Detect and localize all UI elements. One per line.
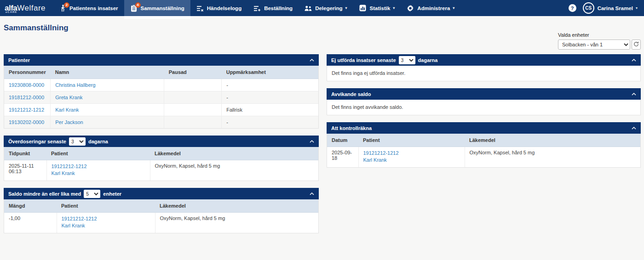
nav-item-bestallning[interactable]: Beställning (247, 0, 299, 16)
logo-text-light: Welfare (17, 4, 46, 13)
chevron-up-icon[interactable] (310, 192, 314, 195)
help-button[interactable]: ? (569, 4, 576, 12)
top-navbar: alfaWelfare eCARE 2 Patientens insatser … (0, 0, 644, 16)
patient-pnr-link[interactable]: 19121212-1212 (62, 215, 150, 222)
nav-item-label: Sammanställning (141, 6, 184, 11)
balance-units-select[interactable]: 5 (84, 190, 100, 198)
table-row: 2025-09-18 19121212-1212 Karl Krank OxyN… (327, 147, 640, 168)
column-header: Namn (51, 66, 164, 79)
table-row: 19121212-1212 Karl Krank Fallrisk (4, 104, 318, 116)
column-header: Mängd (4, 199, 57, 213)
control-count-table: Datum Patient Läkemedel 2025-09-18 19121… (327, 134, 640, 167)
chevron-down-icon: ▾ (453, 6, 454, 10)
amount-cell: -1,00 (4, 213, 57, 233)
nav-item-patientens-insatser[interactable]: 2 Patientens insatser (53, 0, 124, 16)
patient-pnr-link[interactable]: 19181212-0000 (9, 95, 44, 100)
panel-patients-header[interactable]: Patienter (4, 54, 319, 66)
nav-item-label: Statistik (370, 6, 391, 11)
notification-badge: 4 (135, 2, 141, 8)
paused-cell (164, 104, 222, 116)
patient-name-link[interactable]: Karl Krank (52, 170, 145, 177)
patient-name-link[interactable]: Karl Krank (363, 157, 460, 164)
panel-title-suffix: dagarna (418, 57, 438, 63)
column-header: Läkemedel (150, 147, 318, 160)
order-list-icon (253, 5, 261, 12)
chevron-up-icon[interactable] (632, 127, 636, 130)
nav-item-sammanstallning[interactable]: 4 Sammanställning (124, 0, 190, 16)
medication-cell: OxyNorm, Kapsel, hård 5 mg (155, 213, 318, 233)
panel-overdoses: Överdoseringar senaste 3 dagarna Ti (4, 136, 319, 181)
panel-control-count: Att kontrollräkna Datum Patient Läkemede… (327, 122, 641, 168)
attention-cell: Fallrisk (222, 104, 318, 116)
unit-select[interactable]: Solbacken - vån 1 (558, 40, 630, 50)
app-logo[interactable]: alfaWelfare eCARE (0, 0, 53, 16)
logo-subtext: eCARE (6, 11, 17, 13)
column-header: Tidpunkt (4, 147, 46, 160)
time-cell: 2025-11-11 06:13 (4, 160, 46, 181)
panel-title: Saldo mindre än eller lika med (8, 191, 81, 197)
paused-cell (164, 79, 222, 91)
patient-name-link[interactable]: Christina Hallberg (55, 82, 95, 88)
patient-pnr-link[interactable]: 19121212-1212 (9, 107, 44, 113)
main-content: Sammanställning Valda enheter Solbacken … (0, 16, 644, 260)
patient-pnr-link[interactable]: 19130202-0000 (9, 119, 44, 125)
page-title: Sammanställning (4, 23, 69, 33)
gear-icon (407, 5, 414, 12)
nav-item-statistik[interactable]: Statistik ▾ (353, 0, 401, 16)
empty-state-text: Det finns inget avvikande saldo. (327, 100, 640, 115)
patient-pnr-link[interactable]: 19230808-0000 (9, 82, 44, 88)
table-row: 19130202-0000 Per Jackson - (4, 116, 318, 129)
refresh-button[interactable] (632, 40, 641, 50)
table-row: 2025-11-11 06:13 19121212-1212 Karl Kran… (4, 160, 318, 181)
chevron-up-icon[interactable] (632, 59, 636, 62)
panel-title: Avvikande saldo (331, 91, 371, 97)
panel-low-balance-header[interactable]: Saldo mindre än eller lika med 5 enheter (4, 188, 319, 199)
paused-cell (164, 116, 222, 129)
attention-cell: - (222, 91, 318, 104)
column-header: Läkemedel (465, 134, 640, 147)
paused-cell (164, 91, 222, 104)
column-header: Datum (327, 134, 358, 147)
nav-item-label: Beställning (264, 6, 293, 11)
patient-name-link[interactable]: Karl Krank (55, 107, 79, 113)
nav-item-administrera[interactable]: Administrera ▾ (401, 0, 460, 16)
user-menu[interactable]: CS Carina Sramel ▾ (583, 2, 638, 14)
chevron-up-icon[interactable] (632, 93, 636, 96)
nav-item-delegering[interactable]: Delegering ▾ (299, 0, 353, 16)
patient-pnr-link[interactable]: 19121212-1212 (363, 150, 460, 157)
patient-name-link[interactable]: Karl Krank (62, 222, 150, 229)
panel-deviant-balance: Avvikande saldo Det finns inget avvikand… (327, 88, 641, 115)
panel-title: Ej utförda insatser senaste (331, 57, 396, 63)
panel-control-count-header[interactable]: Att kontrollräkna (327, 122, 641, 134)
left-column: Patienter Personnummer Namn Pausad (4, 54, 319, 240)
not-performed-days-select[interactable]: 3 (399, 56, 415, 64)
panel-low-balance: Saldo mindre än eller lika med 5 enheter (4, 188, 319, 233)
panel-title: Överdoseringar senaste (8, 139, 66, 144)
overdose-days-select[interactable]: 3 (69, 137, 86, 146)
nav-item-handelselogg[interactable]: Händelselogg (190, 0, 247, 16)
nav-item-label: Delegering (315, 6, 342, 11)
panel-title-suffix: enheter (103, 191, 121, 197)
patient-name-link[interactable]: Greta Krank (55, 95, 82, 100)
chevron-up-icon[interactable] (310, 140, 314, 143)
clipboard-icon: 4 (130, 5, 138, 12)
refresh-icon (633, 41, 639, 48)
panel-overdoses-header[interactable]: Överdoseringar senaste 3 dagarna (4, 136, 319, 147)
table-row: 19230808-0000 Christina Hallberg - (4, 79, 318, 91)
notification-badge: 2 (64, 2, 69, 8)
column-header: Patient (57, 199, 155, 213)
right-column: Ej utförda insatser senaste 3 dagarna De… (327, 54, 641, 175)
panel-deviant-balance-header[interactable]: Avvikande saldo (327, 88, 641, 100)
patient-pnr-link[interactable]: 19121212-1212 (52, 163, 145, 170)
patient-cell: 19121212-1212 Karl Krank (57, 213, 155, 233)
nav-item-label: Patientens insatser (69, 6, 118, 11)
chevron-down-icon: ▾ (636, 6, 638, 10)
nav-item-label: Administrera (417, 6, 450, 11)
patient-name-link[interactable]: Per Jackson (55, 119, 83, 125)
chevron-up-icon[interactable] (310, 59, 314, 62)
attention-cell: - (222, 79, 318, 91)
chevron-down-icon: ▾ (393, 6, 395, 10)
nav-item-label: Händelselogg (207, 6, 242, 11)
column-header: Pausad (164, 66, 222, 79)
panel-not-performed-header[interactable]: Ej utförda insatser senaste 3 dagarna (327, 54, 641, 66)
